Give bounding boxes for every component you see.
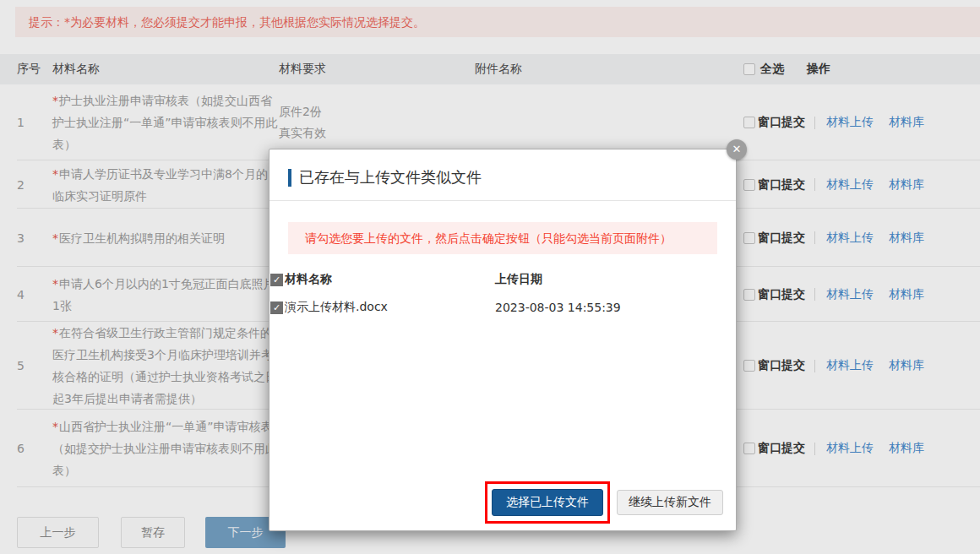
dialog-warning-message: 请勾选您要上传的文件，然后点击确定按钮（只能勾选当前页面附件） — [288, 222, 717, 254]
material-submission-page: 提示：*为必要材料，您必须提交才能申报，其他根据您实际情况选择提交。 序号 材料… — [0, 0, 980, 554]
select-uploaded-file-button[interactable]: 选择已上传文件 — [492, 489, 603, 516]
title-accent-bar — [288, 169, 291, 187]
click-target-highlight: 选择已上传文件 — [485, 481, 610, 524]
continue-upload-new-file-button[interactable]: 继续上传新文件 — [617, 490, 723, 515]
dialog-footer: 选择已上传文件 继续上传新文件 — [485, 481, 723, 524]
file-list-item: ✓ 演示上传材料.docx 2023-08-03 14:55:39 — [270, 300, 736, 315]
uploaded-file-list: ✓ 材料名称 上传日期 ✓ 演示上传材料.docx 2023-08-03 14:… — [270, 272, 736, 315]
upload-date-header: 上传日期 — [495, 272, 736, 287]
dialog-title: 已存在与上传文件类似文件 — [299, 167, 482, 187]
file-name: 演示上传材料.docx — [285, 300, 495, 315]
file-list-header: ✓ 材料名称 上传日期 — [270, 272, 736, 287]
file-checkbox-checked[interactable]: ✓ — [270, 301, 283, 314]
dialog-header: 已存在与上传文件类似文件 — [270, 149, 736, 201]
similar-file-dialog: ✕ 已存在与上传文件类似文件 请勾选您要上传的文件，然后点击确定按钮（只能勾选当… — [269, 149, 737, 531]
close-icon[interactable]: ✕ — [727, 139, 747, 160]
header-checkbox-checked[interactable]: ✓ — [270, 274, 283, 286]
file-name-header: 材料名称 — [285, 272, 495, 287]
file-upload-date: 2023-08-03 14:55:39 — [495, 301, 736, 314]
